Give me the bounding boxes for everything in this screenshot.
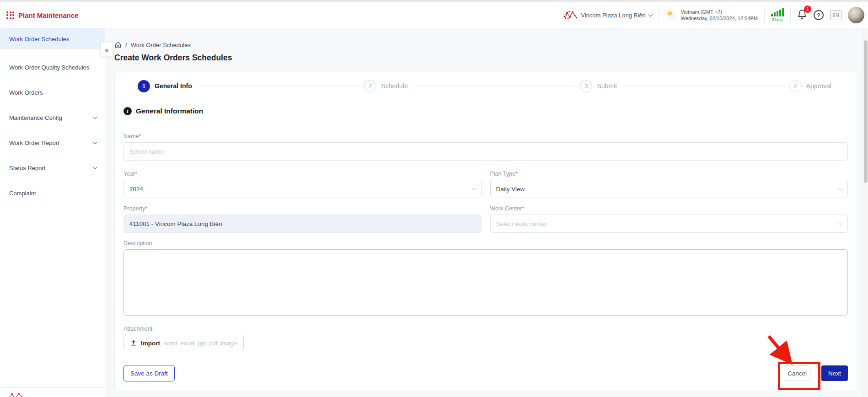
avatar[interactable] (848, 7, 864, 23)
app-grid-logo-icon[interactable] (6, 11, 14, 19)
weather-icon (665, 10, 677, 21)
work-center-select[interactable]: Select work center (490, 215, 848, 233)
year-value: 2024 (129, 186, 143, 193)
step-label: Approval (806, 82, 831, 90)
vincom-logo-fragment-icon (7, 392, 27, 397)
year-select[interactable]: 2024 (123, 180, 482, 198)
chevron-down-icon (93, 166, 97, 169)
step-connector (623, 86, 783, 86)
next-button[interactable]: Next (821, 365, 848, 381)
property-selector-label: Vincom Plaza Long Biên (581, 12, 645, 19)
sidebar-collapse-button[interactable]: « (101, 42, 113, 57)
notifications-button[interactable]: 1 (797, 9, 807, 21)
app-header: Plant Maintenance Vincom Plaza Long Biên (0, 2, 868, 28)
notification-badge: 1 (804, 5, 811, 13)
property-value: 411001 - Vincom Plaza Long Biên (129, 220, 222, 227)
step-general-info[interactable]: 1 General Info (138, 80, 192, 92)
step-approval[interactable]: 4 Approval (789, 80, 831, 92)
plan-type-select[interactable]: Daily View (490, 180, 848, 198)
datetime-label: Wednesday, 02/10/2024, 12:04PM (681, 15, 758, 21)
language-button[interactable]: EN (830, 10, 841, 20)
home-icon[interactable] (114, 41, 122, 48)
sidebar-footer (0, 388, 105, 397)
plan-type-field-label: Plan Type* (490, 171, 848, 177)
breadcrumb-separator: / (125, 42, 127, 48)
name-field-label: Name* (123, 133, 848, 139)
work-center-field-label: Work Center* (490, 205, 848, 212)
section-header: i General Information (123, 106, 848, 117)
save-as-draft-button[interactable]: Save as Draft (123, 365, 175, 381)
chevron-down-icon (838, 221, 843, 225)
year-field-label: Year* (123, 171, 482, 177)
upload-icon (130, 340, 137, 347)
help-button[interactable]: ? (814, 10, 824, 20)
sidebar: Work Order Schedules Work Order Quality … (0, 28, 105, 388)
step-label: Schedule (381, 82, 407, 90)
info-icon: i (123, 107, 132, 115)
step-connector (414, 86, 574, 86)
sidebar-item-status-report[interactable]: Status Report (0, 156, 105, 181)
chevron-down-icon (838, 186, 843, 191)
step-number: 4 (789, 80, 802, 92)
page-scrollbar[interactable] (863, 28, 868, 397)
main-content: / Work Order Schedules Create Work Order… (105, 28, 863, 397)
work-center-placeholder: Select work center (496, 220, 547, 227)
chevron-down-icon (472, 186, 476, 191)
step-number: 2 (364, 80, 376, 92)
step-number: 1 (138, 80, 150, 92)
attachment-field-label: Attachment (123, 326, 848, 332)
sidebar-item-work-order-schedules[interactable]: Work Order Schedules (0, 28, 105, 49)
page-title: Create Work Orders Schedules (114, 53, 863, 63)
sidebar-item-work-orders[interactable]: Work Orders (0, 80, 105, 105)
divider (790, 8, 791, 22)
signal-bars-icon (771, 8, 784, 16)
section-title: General Information (136, 107, 203, 115)
latency-value: 51ms (772, 17, 782, 22)
property-field: 411001 - Vincom Plaza Long Biên (123, 215, 482, 233)
import-label: Import (141, 340, 160, 347)
sidebar-item-work-order-quality-schedules[interactable]: Work Order Quality Schedules (0, 55, 105, 80)
plan-type-value: Daily View (496, 186, 525, 193)
step-connector (198, 86, 358, 86)
chevron-down-icon (648, 12, 653, 17)
sidebar-item-complaint[interactable]: Complaint (0, 181, 105, 206)
sidebar-item-work-order-report[interactable]: Work Order Report (0, 130, 105, 156)
datetime-block: Vietnam (GMT +7) Wednesday, 02/10/2024, … (665, 9, 758, 21)
import-hint: word, excel, ppt, pdf, image (164, 340, 237, 347)
divider (659, 8, 659, 22)
step-schedule[interactable]: 2 Schedule (364, 80, 407, 92)
cancel-button[interactable]: Cancel (784, 365, 810, 381)
step-number: 3 (580, 80, 592, 92)
breadcrumb: / Work Order Schedules (114, 41, 863, 48)
stepper: 1 General Info 2 Schedule 3 Submit 4 App… (123, 79, 848, 93)
form-card: 1 General Info 2 Schedule 3 Submit 4 App… (114, 72, 857, 392)
divider (764, 8, 765, 22)
vincom-logo-icon (563, 10, 578, 20)
timezone-label: Vietnam (GMT +7) (681, 9, 758, 15)
description-field-label: Description (123, 240, 848, 247)
breadcrumb-current[interactable]: Work Order Schedules (131, 42, 191, 48)
name-input[interactable] (123, 142, 848, 161)
network-status: 51ms (771, 8, 784, 22)
property-selector[interactable]: Vincom Plaza Long Biên (563, 10, 652, 20)
sidebar-item-maintenance-config[interactable]: Maintenance Config (0, 105, 105, 130)
step-label: General Info (155, 82, 192, 90)
chevron-down-icon (93, 115, 97, 119)
scrollbar-thumb[interactable] (864, 40, 868, 183)
app-title: Plant Maintenance (18, 11, 79, 19)
step-label: Submit (597, 82, 617, 90)
property-field-label: Property* (123, 205, 482, 212)
description-textarea[interactable] (123, 249, 848, 316)
import-button[interactable]: Import word, excel, ppt, pdf, image (123, 335, 244, 351)
chevron-down-icon (93, 140, 97, 144)
step-submit[interactable]: 3 Submit (580, 80, 617, 92)
